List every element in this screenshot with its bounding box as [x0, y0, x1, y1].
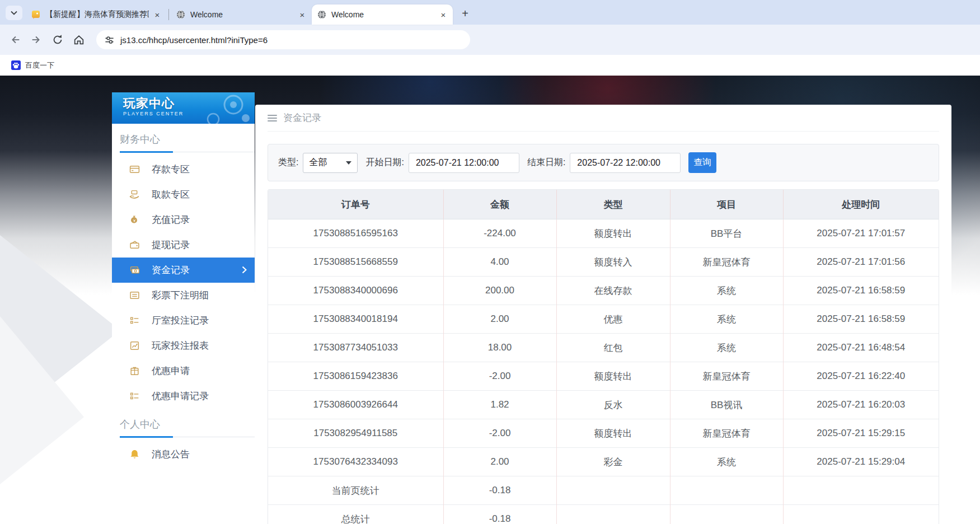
- tab-search-button[interactable]: [6, 6, 22, 20]
- table-cell: 1753086003926644: [268, 391, 443, 419]
- browser-tab-2[interactable]: Welcome×: [171, 4, 312, 25]
- table-cell: 系统: [670, 277, 783, 305]
- sidebar-menu: 财务中心存款专区取款专区充值记录提现记录资金记录彩票下注明细厅室投注记录玩家投注…: [112, 133, 255, 467]
- sidebar-item-label: 玩家投注报表: [152, 339, 209, 352]
- tab-title: Welcome: [331, 10, 435, 19]
- sidebar-item-label: 充值记录: [152, 213, 190, 226]
- filter-bar: 类型: 全部 开始日期: 结束日期: 查询: [268, 144, 939, 181]
- table-row: 17530860039266441.82反水BB视讯2025-07-21 16:…: [268, 391, 939, 419]
- table-cell: 系统: [670, 448, 783, 476]
- table-cell: 2025-07-21 16:22:40: [783, 362, 939, 391]
- tab-divider: [168, 9, 169, 20]
- wallet-icon: [129, 240, 140, 251]
- sidebar-item-wallet[interactable]: 提现记录: [112, 232, 255, 258]
- sidebar-item-gift-ticket[interactable]: 优惠申请: [112, 358, 255, 383]
- tabs-container: 【新提醒】海燕体育预测推荐区×Welcome×Welcome×: [26, 0, 453, 25]
- browser-toolbar: js13.cc/hhcp/usercenter.html?iniType=6: [0, 25, 980, 55]
- table-cell: 总统计: [268, 505, 443, 524]
- table-cell: 1753086159423836: [268, 362, 443, 391]
- table-row: 17530883400181942.00优惠系统2025-07-21 16:58…: [268, 305, 939, 334]
- table-cell: 系统: [670, 305, 783, 334]
- query-button[interactable]: 查询: [688, 152, 716, 173]
- tab-title: 【新提醒】海燕体育预测推荐区: [45, 10, 149, 20]
- table-cell: 优惠: [556, 305, 670, 334]
- table-cell: 新皇冠体育: [670, 362, 783, 391]
- section-divider: [120, 437, 255, 437]
- table-cell: 新皇冠体育: [670, 419, 783, 448]
- table-cell: -0.18: [443, 476, 556, 505]
- sidebar-item-chart[interactable]: 玩家投注报表: [112, 333, 255, 358]
- table-cell: 彩金: [556, 448, 670, 476]
- table-cell: 1753088340018194: [268, 305, 443, 334]
- bookmark-baidu[interactable]: 百度一下: [8, 58, 58, 73]
- page-title: 资金记录: [283, 111, 321, 124]
- sidebar-item-list-card[interactable]: 彩票下注明细: [112, 283, 255, 308]
- table-cell: 1753088515668559: [268, 248, 443, 277]
- new-tab-button[interactable]: +: [457, 6, 473, 21]
- tab-close-icon[interactable]: ×: [152, 10, 162, 20]
- table-row: 1753086159423836-2.00额度转出新皇冠体育2025-07-21…: [268, 362, 939, 391]
- list-icon: [129, 315, 140, 326]
- table-cell: 1753082954911585: [268, 419, 443, 448]
- back-button[interactable]: [6, 30, 25, 49]
- column-header: 订单号: [268, 190, 443, 219]
- table-cell: -2.00: [443, 362, 556, 391]
- table-cell: 2025-07-21 15:29:15: [783, 419, 939, 448]
- sidebar-item-banknotes[interactable]: 资金记录: [112, 258, 255, 283]
- sidebar-item-list[interactable]: 厅室投注记录: [112, 308, 255, 333]
- sidebar-item-list[interactable]: 优惠申请记录: [112, 383, 255, 409]
- column-header: 金额: [443, 190, 556, 219]
- table-cell: 1753088340000696: [268, 277, 443, 305]
- type-label: 类型:: [278, 157, 298, 169]
- column-header: 处理时间: [783, 190, 939, 219]
- list-icon: [129, 391, 140, 402]
- table-row: 175308773405103318.00红包系统2025-07-21 16:4…: [268, 334, 939, 362]
- type-select[interactable]: 全部: [303, 153, 358, 173]
- tab-close-icon[interactable]: ×: [297, 10, 307, 20]
- home-button[interactable]: [69, 30, 88, 49]
- sidebar-item-label: 存款专区: [152, 163, 190, 176]
- sidebar-item-label: 取款专区: [152, 188, 190, 201]
- table-row: 1753088340000696200.00在线存款系统2025-07-21 1…: [268, 277, 939, 305]
- sidebar-item-label: 提现记录: [152, 238, 190, 251]
- sidebar-item-money-bag[interactable]: 充值记录: [112, 207, 255, 232]
- end-date-label: 结束日期:: [527, 157, 565, 169]
- sidebar-item-deposit-card[interactable]: 存款专区: [112, 157, 255, 182]
- table-cell: 在线存款: [556, 277, 670, 305]
- chevron-right-icon: [242, 265, 247, 277]
- site-settings-icon: [104, 35, 115, 45]
- forward-button[interactable]: [27, 30, 46, 49]
- baidu-paw-icon: [11, 60, 21, 70]
- hamburger-icon[interactable]: [268, 115, 277, 121]
- home-icon: [73, 34, 85, 46]
- table-cell: 红包: [556, 334, 670, 362]
- table-body: 1753088516595163-224.00额度转出BB平台2025-07-2…: [268, 219, 939, 524]
- sidebar-item-label: 彩票下注明细: [152, 289, 209, 302]
- reload-button[interactable]: [48, 30, 67, 49]
- start-date-input[interactable]: [409, 153, 519, 173]
- tab-strip: 【新提醒】海燕体育预测推荐区×Welcome×Welcome× +: [0, 0, 980, 25]
- address-bar[interactable]: js13.cc/hhcp/usercenter.html?iniType=6: [96, 30, 470, 49]
- sidebar: 玩家中心 PLAYERS CENTER 财务中心存款专区取款专区充值记录提现记录…: [112, 92, 255, 524]
- sidebar-item-label: 优惠申请记录: [152, 390, 209, 403]
- column-header: 类型: [556, 190, 670, 219]
- tab-close-icon[interactable]: ×: [438, 10, 448, 20]
- table-cell: 1753088516595163: [268, 219, 443, 248]
- table-row: 17530885156685594.00额度转入新皇冠体育2025-07-21 …: [268, 248, 939, 277]
- table-cell: 2025-07-21 15:29:04: [783, 448, 939, 476]
- table-cell: 2.00: [443, 448, 556, 476]
- end-date-input[interactable]: [570, 153, 681, 173]
- sidebar-banner: 玩家中心 PLAYERS CENTER: [112, 92, 255, 124]
- browser-tab-1[interactable]: 【新提醒】海燕体育预测推荐区×: [26, 4, 167, 25]
- browser-tab-3[interactable]: Welcome×: [312, 4, 453, 25]
- sidebar-item-withdraw-hand[interactable]: 取款专区: [112, 182, 255, 207]
- table-cell: 2025-07-21 17:01:56: [783, 248, 939, 277]
- web-page: 玩家中心 PLAYERS CENTER 财务中心存款专区取款专区充值记录提现记录…: [0, 76, 980, 524]
- type-select-value: 全部: [309, 157, 327, 169]
- table-cell: 2025-07-21 17:01:57: [783, 219, 939, 248]
- gift-ticket-icon: [129, 366, 140, 377]
- tab-title: Welcome: [190, 10, 294, 19]
- table-cell: 额度转入: [556, 248, 670, 277]
- sidebar-item-bell[interactable]: 消息公告: [112, 442, 255, 467]
- column-header: 项目: [670, 190, 783, 219]
